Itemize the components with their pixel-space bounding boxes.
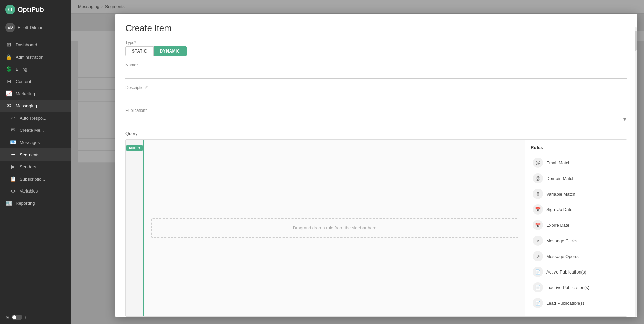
sidebar-label-messages: Messages bbox=[20, 140, 40, 145]
main-area: Messaging › Segments EXPORT ⚙ Subscriber… bbox=[71, 0, 644, 324]
senders-icon: ▶ bbox=[9, 164, 16, 170]
rule-sign-up-date[interactable]: 📅 Sign Up Date bbox=[531, 202, 621, 217]
domain-match-icon: @ bbox=[533, 173, 543, 183]
sidebar-label-senders: Senders bbox=[20, 164, 36, 169]
sidebar-item-billing[interactable]: 💲 Billing bbox=[0, 63, 71, 75]
theme-toggle[interactable]: ☀ ☾ bbox=[5, 315, 28, 320]
publication-select[interactable] bbox=[125, 114, 629, 124]
logo-icon: O bbox=[5, 5, 15, 14]
sidebar-label-messaging: Messaging bbox=[16, 103, 37, 108]
sidebar-item-auto-responders[interactable]: ↩ Auto Respo... bbox=[0, 112, 71, 124]
logo-text: OptiPub bbox=[18, 6, 44, 14]
publication-select-wrapper: ▼ bbox=[125, 114, 627, 124]
query-logic-panel: AND ▼ bbox=[126, 140, 144, 316]
query-label: Query bbox=[125, 131, 627, 136]
rule-inactive-publications[interactable]: 📄 Inactive Publication(s) bbox=[531, 280, 621, 295]
sidebar-item-variables[interactable]: <> Variables bbox=[0, 185, 71, 197]
sidebar-item-dashboard[interactable]: ⊞ Dashboard bbox=[0, 39, 71, 51]
expire-date-icon: 📅 bbox=[533, 220, 543, 230]
rule-message-opens[interactable]: ↗ Message Opens bbox=[531, 248, 621, 264]
name-input[interactable] bbox=[125, 69, 627, 79]
sidebar-label-marketing: Marketing bbox=[16, 91, 35, 96]
theme-toggle-thumb bbox=[12, 315, 16, 319]
modal-title: Create Item bbox=[125, 23, 627, 34]
query-area: AND ▼ Drag and drop a rule from the side… bbox=[125, 139, 627, 317]
name-field: Name* bbox=[125, 63, 627, 79]
type-dynamic-button[interactable]: DYNAMIC bbox=[154, 46, 187, 56]
app-logo: O OptiPub bbox=[0, 0, 71, 19]
modal-scrollbar-thumb bbox=[635, 31, 637, 51]
description-input[interactable] bbox=[125, 92, 627, 101]
avatar: ED bbox=[5, 23, 15, 32]
type-selector: STATIC DYNAMIC bbox=[125, 46, 627, 56]
sun-icon: ☀ bbox=[5, 315, 9, 320]
subscriptions-icon: 📋 bbox=[9, 176, 16, 182]
rules-title: Rules bbox=[531, 145, 621, 150]
drop-zone-hint: Drag and drop a rule from the sidebar he… bbox=[151, 218, 518, 238]
sidebar-label-content: Content bbox=[16, 79, 31, 84]
sidebar-label-billing: Billing bbox=[16, 67, 27, 72]
logic-operator-label: AND bbox=[129, 146, 137, 150]
lead-publications-icon: 📄 bbox=[533, 298, 543, 308]
content-icon: ⊟ bbox=[5, 78, 12, 84]
sidebar-bottom: ☀ ☾ bbox=[0, 310, 71, 324]
sidebar-item-marketing[interactable]: 📈 Marketing bbox=[0, 87, 71, 100]
inactive-publications-icon: 📄 bbox=[533, 282, 543, 292]
active-publications-icon: 📄 bbox=[533, 267, 543, 277]
type-label: Type* bbox=[125, 40, 627, 45]
rule-lead-publications[interactable]: 📄 Lead Publication(s) bbox=[531, 295, 621, 311]
create-item-modal: Create Item Type* STATIC DYNAMIC Name* bbox=[115, 14, 637, 317]
sidebar-item-messages[interactable]: 📧 Messages bbox=[0, 136, 71, 148]
billing-icon: 💲 bbox=[5, 66, 12, 72]
query-field: Query AND ▼ Drag and drop a rule from th… bbox=[125, 131, 627, 317]
email-match-icon: @ bbox=[533, 158, 543, 168]
sidebar: O OptiPub ED Elliott Ditman ⊞ Dashboard … bbox=[0, 0, 71, 324]
segments-icon: ☰ bbox=[9, 151, 16, 158]
sign-up-date-icon: 📅 bbox=[533, 204, 543, 215]
rule-label-message-opens: Message Opens bbox=[546, 254, 579, 259]
user-name: Elliott Ditman bbox=[18, 25, 44, 30]
sidebar-label-auto-responders: Auto Respo... bbox=[20, 116, 46, 121]
moon-icon: ☾ bbox=[24, 315, 28, 320]
sidebar-label-subscriptions: Subscriptio... bbox=[20, 177, 45, 182]
auto-responders-icon: ↩ bbox=[9, 115, 16, 121]
marketing-icon: 📈 bbox=[5, 90, 12, 97]
sidebar-nav: ⊞ Dashboard 🔒 Administration 💲 Billing ⊟… bbox=[0, 36, 71, 310]
sidebar-label-variables: Variables bbox=[20, 188, 38, 194]
create-message-icon: ✉ bbox=[9, 127, 16, 133]
type-static-button[interactable]: STATIC bbox=[125, 46, 154, 56]
rule-message-clicks[interactable]: ✴ Message Clicks bbox=[531, 233, 621, 248]
messaging-icon: ✉ bbox=[5, 103, 12, 109]
user-profile[interactable]: ED Elliott Ditman bbox=[0, 19, 71, 36]
query-drop-zone[interactable]: Drag and drop a rule from the sidebar he… bbox=[144, 140, 525, 316]
rule-label-message-clicks: Message Clicks bbox=[546, 238, 577, 243]
rule-label-lead-publications: Lead Publication(s) bbox=[546, 301, 584, 306]
logic-operator-select[interactable]: AND ▼ bbox=[126, 145, 143, 151]
sidebar-item-content[interactable]: ⊟ Content bbox=[0, 75, 71, 87]
theme-toggle-track[interactable] bbox=[12, 315, 22, 320]
rule-active-publications[interactable]: 📄 Active Publication(s) bbox=[531, 264, 621, 280]
sidebar-item-create-message[interactable]: ✉ Create Me... bbox=[0, 124, 71, 136]
sidebar-item-segments[interactable]: ☰ Segments bbox=[0, 148, 71, 161]
sidebar-label-dashboard: Dashboard bbox=[16, 42, 37, 47]
rule-label-active-publications: Active Publication(s) bbox=[546, 269, 586, 275]
rule-expire-date[interactable]: 📅 Expire Date bbox=[531, 217, 621, 233]
rule-label-email-match: Email Match bbox=[546, 160, 571, 165]
sidebar-item-subscriptions[interactable]: 📋 Subscriptio... bbox=[0, 173, 71, 185]
sidebar-item-senders[interactable]: ▶ Senders bbox=[0, 161, 71, 173]
modal-body: Create Item Type* STATIC DYNAMIC Name* bbox=[115, 14, 637, 317]
type-field: Type* STATIC DYNAMIC bbox=[125, 40, 627, 56]
rule-variable-match[interactable]: {} Variable Match bbox=[531, 186, 621, 202]
sidebar-item-administration[interactable]: 🔒 Administration bbox=[0, 51, 71, 63]
rule-label-variable-match: Variable Match bbox=[546, 191, 575, 197]
description-label: Description* bbox=[125, 85, 627, 90]
message-opens-icon: ↗ bbox=[533, 251, 543, 261]
sidebar-item-reporting[interactable]: 🏢 Reporting bbox=[0, 197, 71, 209]
modal-scrollbar[interactable] bbox=[635, 27, 637, 317]
rule-email-match[interactable]: @ Email Match bbox=[531, 155, 621, 170]
variables-icon: <> bbox=[9, 188, 16, 194]
rule-domain-match[interactable]: @ Domain Match bbox=[531, 170, 621, 186]
logic-chevron-icon: ▼ bbox=[138, 146, 141, 150]
sidebar-item-messaging[interactable]: ✉ Messaging bbox=[0, 100, 71, 112]
sidebar-label-administration: Administration bbox=[16, 55, 43, 60]
